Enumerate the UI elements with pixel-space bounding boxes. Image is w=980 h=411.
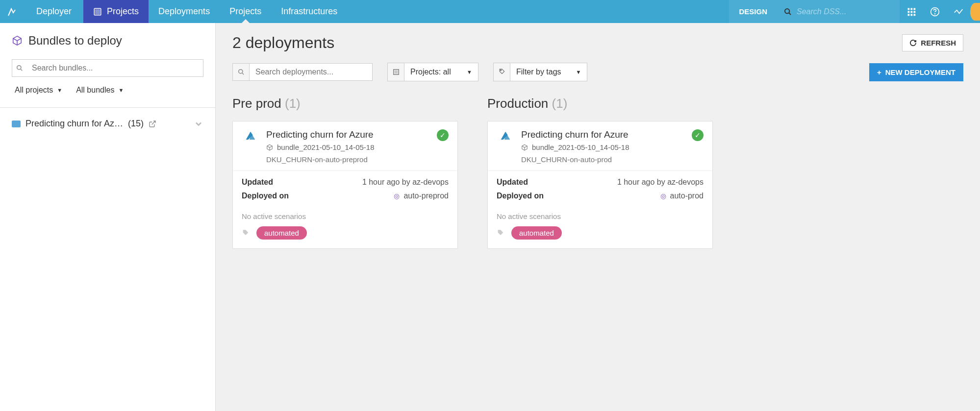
chevron-down-icon[interactable] (194, 119, 203, 129)
svg-line-16 (21, 69, 23, 71)
refresh-icon (909, 39, 917, 47)
search-icon (12, 65, 27, 72)
sidebar-title-text: Bundles to deploy (28, 34, 122, 48)
cube-icon (12, 35, 23, 46)
svg-rect-21 (395, 71, 398, 73)
nav-deployments-label: Deployments (158, 6, 210, 17)
svg-rect-10 (908, 14, 910, 16)
svg-rect-7 (908, 11, 910, 13)
user-avatar[interactable] (970, 3, 980, 21)
nav-deployments[interactable]: Deployments (149, 0, 220, 23)
nav-infrastructures-label: Infrastructures (281, 6, 337, 17)
sidebar-search (12, 59, 203, 77)
svg-rect-9 (914, 11, 916, 13)
new-deployment-button[interactable]: + NEW DEPLOYMENT (869, 63, 963, 81)
svg-line-3 (789, 13, 791, 15)
svg-point-22 (500, 70, 501, 71)
app-title: Deployer (25, 0, 83, 23)
global-search-input[interactable] (797, 7, 885, 16)
status-success-icon: ✓ (437, 129, 449, 141)
svg-point-18 (238, 70, 242, 73)
search-deployments (232, 63, 373, 81)
card-deploy-id: DKU_CHURN-on-auto-preprod (266, 155, 430, 164)
filter-projects-label: Projects: all (410, 68, 451, 76)
refresh-button-label: REFRESH (921, 39, 956, 47)
card-bundle: bundle_2021-05-10_14-05-18 (532, 143, 629, 151)
dataiku-logo[interactable] (0, 0, 25, 23)
env-title: Pre prod (1) (232, 96, 458, 111)
board-icon (388, 63, 404, 81)
svg-rect-6 (914, 8, 916, 10)
nav-infrastructures[interactable]: Infrastructures (271, 0, 347, 23)
env-count: (1) (285, 96, 301, 111)
svg-rect-8 (911, 11, 913, 13)
nav-projects-sub-label: Projects (229, 6, 261, 17)
deployment-card[interactable]: Predicting churn for Azure bundle_2021-0… (232, 121, 458, 249)
bundle-name: Predicting churn for Az… (25, 119, 123, 129)
filter-all-projects-label: All projects (15, 86, 53, 95)
updated-label: Updated (242, 178, 273, 187)
cube-icon (266, 144, 273, 151)
chevron-down-icon: ▼ (57, 87, 62, 93)
chevron-down-icon: ▼ (467, 69, 472, 75)
tag-icon (242, 229, 250, 237)
refresh-button[interactable]: REFRESH (902, 34, 963, 51)
card-bundle: bundle_2021-05-10_14-05-18 (277, 143, 375, 151)
filter-all-projects[interactable]: All projects ▼ (15, 86, 62, 95)
target-icon: ◎ (660, 192, 666, 200)
sidebar: Bundles to deploy All projects ▼ All bun… (0, 23, 216, 411)
svg-point-2 (785, 9, 789, 13)
status-success-icon: ✓ (692, 129, 704, 141)
svg-line-19 (242, 73, 244, 75)
bundle-count: (15) (128, 119, 144, 129)
bundle-row[interactable]: Predicting churn for Az… (15) (0, 108, 215, 140)
svg-point-15 (17, 66, 21, 70)
chevron-down-icon: ▼ (118, 87, 124, 93)
card-deploy-id: DKU_CHURN-on-auto-prod (521, 155, 685, 164)
page-title: 2 deployments (232, 34, 334, 52)
tag-icon (497, 229, 504, 237)
scenario-text: No active scenarios (488, 207, 712, 226)
search-deployments-input[interactable] (250, 64, 372, 80)
topbar: Deployer Projects Deployments Projects I… (0, 0, 980, 23)
env-count: (1) (552, 96, 568, 111)
project-icon (12, 121, 21, 127)
external-link-icon[interactable] (149, 120, 156, 128)
card-title: Predicting churn for Azure (521, 129, 685, 140)
nav-projects-sub[interactable]: Projects (220, 0, 271, 23)
activity-icon[interactable] (947, 0, 970, 23)
deployed-value: auto-preprod (403, 192, 449, 200)
global-search[interactable] (777, 0, 900, 23)
filter-all-bundles[interactable]: All bundles ▼ (76, 86, 124, 95)
search-icon (784, 8, 792, 16)
svg-rect-11 (911, 14, 913, 16)
sidebar-search-input[interactable] (27, 60, 203, 76)
help-icon[interactable] (923, 0, 947, 23)
azure-icon (242, 129, 259, 143)
target-icon: ◎ (394, 192, 400, 200)
env-column-production: Production (1) Predicting churn for Azur… (487, 96, 713, 249)
tag-icon (494, 63, 510, 81)
updated-value: 1 hour ago by az-devops (362, 178, 449, 187)
deployed-label: Deployed on (497, 192, 544, 200)
search-icon (233, 64, 250, 80)
svg-rect-1 (96, 9, 100, 14)
filter-tags-label: Filter by tags (516, 68, 561, 76)
scenario-text: No active scenarios (233, 207, 457, 226)
chevron-down-icon: ▼ (576, 69, 581, 75)
mode-label[interactable]: DESIGN (729, 0, 777, 23)
svg-rect-12 (914, 14, 916, 16)
sidebar-title: Bundles to deploy (12, 34, 203, 48)
filter-tags-dropdown[interactable]: Filter by tags ▼ (493, 63, 587, 81)
updated-value: 1 hour ago by az-devops (617, 178, 704, 187)
filter-projects-dropdown[interactable]: Projects: all ▼ (387, 63, 478, 81)
nav-projects-main[interactable]: Projects (83, 0, 149, 23)
env-name: Production (487, 96, 548, 111)
tag-pill[interactable]: automated (511, 226, 562, 240)
svg-rect-5 (911, 8, 913, 10)
deployed-value: auto-prod (670, 192, 704, 200)
plus-icon: + (877, 68, 881, 76)
tag-pill[interactable]: automated (256, 226, 307, 240)
deployment-card[interactable]: Predicting churn for Azure bundle_2021-0… (487, 121, 713, 249)
apps-icon[interactable] (900, 0, 923, 23)
